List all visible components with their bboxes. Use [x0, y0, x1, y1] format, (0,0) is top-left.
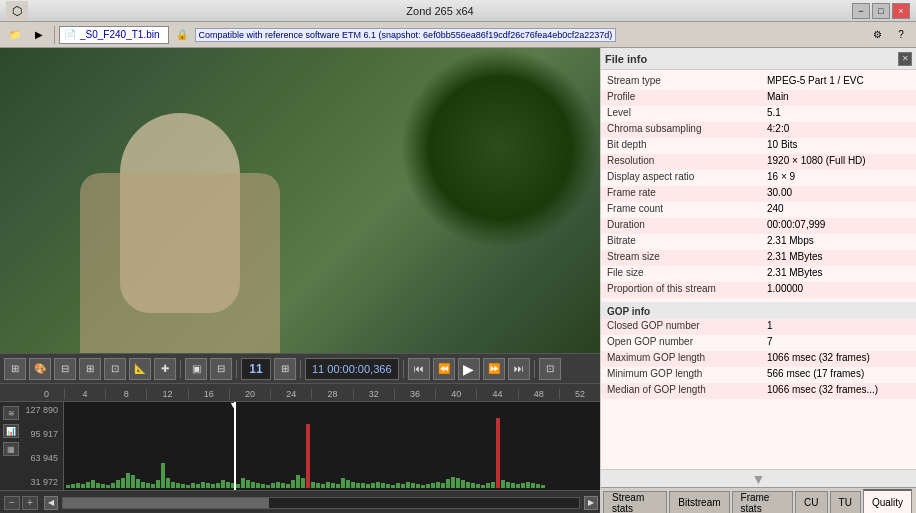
controls-bar: ⊞ 🎨 ⊟ ⊞ ⊡ 📐 ✚ ▣ ⊟ 11 ⊞ 11 00:00:00,366 ⏮…: [0, 353, 600, 383]
info-value: 10 Bits: [767, 139, 910, 153]
zoom-out-button[interactable]: −: [4, 496, 20, 510]
info-value: Main: [767, 91, 910, 105]
ruler-mark: 20: [229, 389, 270, 399]
mode-button[interactable]: ▣: [185, 358, 207, 380]
gop-info-row: Open GOP number7: [601, 335, 916, 351]
bar-item: [261, 484, 265, 488]
info-row: Level5.1: [601, 106, 916, 122]
ruler-mark: 16: [188, 389, 229, 399]
bar-item: [521, 483, 525, 488]
bar-item: [456, 478, 460, 488]
bar-item: [361, 483, 365, 488]
bar-item: [156, 480, 160, 488]
info-close-button[interactable]: ✕: [898, 52, 912, 66]
bar-item: [311, 482, 315, 488]
bar-item: [181, 484, 185, 488]
icon-bar[interactable]: ▦: [3, 442, 19, 456]
zoom-in-button[interactable]: +: [22, 496, 38, 510]
scroll-down-indicator[interactable]: ▼: [601, 469, 916, 487]
icon-chart[interactable]: 📊: [3, 424, 19, 438]
toolbar-icon-lock[interactable]: 🔒: [171, 25, 193, 45]
icon-waveform[interactable]: ≋: [3, 406, 19, 420]
info-row: Stream size2.31 MBytes: [601, 250, 916, 266]
bar-item: [471, 483, 475, 488]
gop-info-row: Maximum GOP length1066 msec (32 frames): [601, 351, 916, 367]
bar-item: [316, 483, 320, 488]
zoom-controls: − +: [2, 496, 40, 510]
measure-button[interactable]: 📐: [129, 358, 151, 380]
settings-button[interactable]: ⚙: [866, 25, 888, 45]
toolbar: 📁 ▶ 📄 _S0_F240_T1.bin 🔒 Compatible with …: [0, 22, 916, 48]
go-start-button[interactable]: ⏮: [408, 358, 430, 380]
color-button[interactable]: 🎨: [29, 358, 51, 380]
tab-frame-stats[interactable]: Frame stats: [732, 491, 794, 513]
tab-quality[interactable]: Quality: [863, 489, 912, 513]
ruler-mark: 52: [559, 389, 600, 399]
scene-button[interactable]: ⊞: [4, 358, 26, 380]
info-label: Frame count: [607, 203, 767, 217]
step-forward-button[interactable]: ⏩: [483, 358, 505, 380]
info-label: Frame rate: [607, 187, 767, 201]
maximize-button[interactable]: □: [872, 3, 890, 19]
video-area: [0, 48, 600, 353]
bar-item: [396, 483, 400, 488]
frame-step-button[interactable]: ⊞: [274, 358, 296, 380]
bar-item: [91, 480, 95, 488]
tab-bitstream[interactable]: Bitstream: [669, 491, 729, 513]
info-value: 16 × 9: [767, 171, 910, 185]
bar-item: [431, 483, 435, 488]
minimize-button[interactable]: −: [852, 3, 870, 19]
info-row: Stream typeMPEG-5 Part 1 / EVC: [601, 74, 916, 90]
grid-button[interactable]: ⊟: [54, 358, 76, 380]
bar-item: [276, 482, 280, 488]
grid2-button[interactable]: ⊞: [79, 358, 101, 380]
bar-item: [251, 482, 255, 488]
fullscreen-button[interactable]: ⊡: [539, 358, 561, 380]
info-header: File info ✕: [601, 48, 916, 70]
help-button[interactable]: ?: [890, 25, 912, 45]
bar-item: [146, 483, 150, 488]
close-button[interactable]: ×: [892, 3, 910, 19]
scroll-right-button[interactable]: ▶: [584, 496, 598, 510]
marker-button[interactable]: ✚: [154, 358, 176, 380]
step-back-button[interactable]: ⏪: [433, 358, 455, 380]
tab-tu[interactable]: TU: [830, 491, 861, 513]
play-button[interactable]: ▶: [28, 25, 50, 45]
info-value: 4:2:0: [767, 123, 910, 137]
filename-text: _S0_F240_T1.bin: [80, 29, 160, 40]
go-end-button[interactable]: ⏭: [508, 358, 530, 380]
info-row: ProfileMain: [601, 90, 916, 106]
bar-item: [106, 485, 110, 488]
bar-item: [176, 483, 180, 488]
time-display: 11 00:00:00,366: [305, 358, 399, 380]
info-label: Level: [607, 107, 767, 121]
timeline-area: 0 481216202428323640444852 ≋ 📊 ▦ 127 890…: [0, 383, 600, 513]
split-button[interactable]: ⊟: [210, 358, 232, 380]
gop-info-row: Median of GOP length1066 msec (32 frames…: [601, 383, 916, 399]
bar-item: [151, 484, 155, 488]
gop-value: 1: [767, 320, 910, 334]
info-row: Chroma subsampling4:2:0: [601, 122, 916, 138]
info-value: 2.31 MBytes: [767, 251, 910, 265]
scroll-left-button[interactable]: ◀: [44, 496, 58, 510]
gop-section-header: GOP info: [601, 302, 916, 319]
play-pause-button[interactable]: ▶: [458, 358, 480, 380]
bar-item: [401, 484, 405, 488]
titlebar-left: ⬡: [6, 1, 28, 21]
info-value: 2.31 MBytes: [767, 267, 910, 281]
info-row: File size2.31 MBytes: [601, 266, 916, 282]
bar-item: [461, 480, 465, 488]
tab-stream-stats[interactable]: Stream stats: [603, 491, 667, 513]
info-content: Stream typeMPEG-5 Part 1 / EVCProfileMai…: [601, 70, 916, 469]
toolbar-separator-1: [54, 26, 55, 44]
scrollbar-track[interactable]: [62, 497, 580, 509]
bar-item: [466, 482, 470, 488]
playhead: [234, 402, 236, 490]
crop-button[interactable]: ⊡: [104, 358, 126, 380]
tab-cu[interactable]: CU: [795, 491, 827, 513]
info-row: Proportion of this stream1.00000: [601, 282, 916, 298]
open-file-button[interactable]: 📁: [4, 25, 26, 45]
scrollbar-thumb[interactable]: [63, 498, 269, 508]
titlebar: ⬡ Zond 265 x64 − □ ×: [0, 0, 916, 22]
bar-item: [346, 480, 350, 488]
